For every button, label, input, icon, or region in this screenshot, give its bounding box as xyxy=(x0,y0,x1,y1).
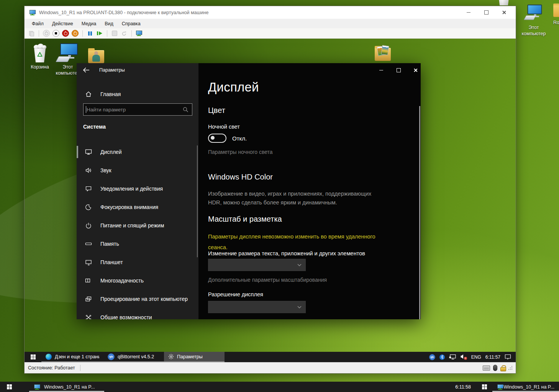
minimize-button[interactable] xyxy=(466,10,471,15)
content-scrollbar[interactable] xyxy=(419,106,420,319)
start-vm-icon[interactable] xyxy=(43,29,50,37)
vm-clock[interactable]: 6:11:57 xyxy=(485,354,500,360)
vmconnect-statusbar: Состояние: Работает xyxy=(25,362,516,373)
vm-desktop-icon-user-folder[interactable] xyxy=(82,42,111,65)
menu-media[interactable]: Медиа xyxy=(77,20,100,28)
resize-grip[interactable] xyxy=(508,366,512,370)
taskbar-button-qbittorrent[interactable]: qb qBittorrent v4.5.2 xyxy=(103,352,164,362)
toolbar xyxy=(25,28,516,39)
scale-dropdown[interactable] xyxy=(208,259,306,271)
taskbar-button-settings[interactable]: Параметры xyxy=(164,352,225,362)
volume-muted-icon[interactable]: ✕ xyxy=(461,354,467,360)
sidebar-item-storage[interactable]: Память xyxy=(77,235,198,253)
settings-sidebar: Параметры Главная Система Дисплей xyxy=(77,63,198,319)
menu-action[interactable]: Действие xyxy=(48,20,77,28)
night-light-toggle[interactable] xyxy=(208,134,226,143)
vm-status-text: Состояние: Работает xyxy=(28,365,75,371)
close-button[interactable] xyxy=(501,10,507,15)
host-desktop-icon-this-pc[interactable]: Этот компьютер xyxy=(520,5,548,37)
sidebar-item-multitasking[interactable]: Многозадачность xyxy=(77,271,198,290)
toolbar-separator xyxy=(107,30,107,37)
toolbar-separator xyxy=(82,30,83,37)
back-arrow-icon[interactable] xyxy=(82,67,90,74)
gear-icon xyxy=(168,354,174,359)
vm-desktop: Корзина Этот компьютер Параметры Главная xyxy=(25,39,516,352)
sidebar-item-home[interactable]: Главная xyxy=(77,88,198,101)
advanced-scaling-link[interactable]: Дополнительные параметры масштабирования xyxy=(208,277,327,283)
ctrl-alt-del-icon[interactable] xyxy=(28,29,35,37)
network-icon[interactable] xyxy=(449,354,456,360)
host-desktop-icon-folder[interactable]: Ror xyxy=(549,5,559,26)
maximize-button[interactable] xyxy=(484,10,489,15)
vmconnect-titlebar[interactable]: Windows_10_R1 на PROLIANT-DL380 - подклю… xyxy=(25,6,516,19)
multitasking-icon xyxy=(85,277,92,284)
sidebar-item-shared-experiences[interactable]: Общие возможности xyxy=(77,308,198,319)
menu-file[interactable]: Файл xyxy=(28,20,48,28)
shut-down-icon[interactable] xyxy=(62,29,69,37)
host-start-button-2[interactable] xyxy=(476,382,492,392)
host-clock[interactable]: 6:11:58 xyxy=(450,382,476,392)
menu-view[interactable]: Вид xyxy=(100,20,118,28)
sidebar-item-sound[interactable]: Звук xyxy=(77,161,198,180)
host-recycle-bin-icon[interactable] xyxy=(497,0,511,5)
icon-label: Корзина xyxy=(25,64,54,70)
host-taskbar-button-vmconnect-2[interactable]: Windows_10_R1 на P... xyxy=(492,382,559,392)
night-light-state: Откл. xyxy=(232,135,247,142)
sidebar-scrollbar[interactable] xyxy=(197,145,198,257)
qbittorrent-tray-icon[interactable]: qb xyxy=(429,354,435,360)
host-taskbar-button-vmconnect[interactable]: Windows_10_R1 на P... xyxy=(29,382,104,392)
host-start-button[interactable] xyxy=(0,382,18,392)
taskbar-button-edge[interactable]: Дзен и еще 1 страни... xyxy=(41,352,103,362)
search-input[interactable] xyxy=(84,107,183,113)
sidebar-item-focus-assist[interactable]: Фокусировка внимания xyxy=(77,198,198,216)
night-light-settings-link[interactable]: Параметры ночного света xyxy=(208,149,273,155)
resolution-dropdown[interactable] xyxy=(208,301,306,313)
vm-taskbar: Дзен и еще 1 страни... qb qBittorrent v4… xyxy=(25,352,516,362)
enhanced-session-icon[interactable] xyxy=(135,29,143,37)
hdr-description: Изображение в видео, играх и приложениях… xyxy=(208,189,372,207)
keyboard-icon xyxy=(483,366,490,371)
vmconnect-window: Windows_10_R1 на PROLIANT-DL380 - подклю… xyxy=(24,6,516,374)
this-pc-icon xyxy=(522,5,546,20)
settings-window: Параметры Главная Система Дисплей xyxy=(77,63,421,319)
save-state-icon[interactable] xyxy=(71,29,79,37)
vm-start-button[interactable] xyxy=(25,352,41,362)
sidebar-item-notifications[interactable]: Уведомления и действия xyxy=(77,180,198,198)
vm-desktop-icon-photos-folder[interactable] xyxy=(368,40,397,62)
display-icon xyxy=(85,149,92,155)
sound-icon xyxy=(85,167,92,174)
search-icon[interactable] xyxy=(183,107,189,113)
sidebar-section-heading: Система xyxy=(83,124,106,130)
hdr-heading: Windows HD Color xyxy=(208,173,273,181)
sidebar-item-tablet[interactable]: Планшет xyxy=(77,253,198,271)
qbittorrent-icon: qb xyxy=(108,353,115,360)
sidebar-nav: Дисплей Звук Уведомления и действия Фоку… xyxy=(77,143,198,319)
action-center-icon[interactable] xyxy=(505,354,511,360)
hyperv-icon xyxy=(34,384,41,390)
power-icon xyxy=(85,222,92,229)
scale-dropdown-label: Изменение размера текста, приложений и д… xyxy=(208,250,365,256)
sidebar-item-display[interactable]: Дисплей xyxy=(77,143,198,161)
vm-desktop-icon-recycle-bin[interactable]: Корзина xyxy=(25,42,54,70)
revert-icon[interactable] xyxy=(120,29,128,37)
settings-maximize-button[interactable] xyxy=(396,67,402,73)
pause-icon[interactable] xyxy=(86,29,94,37)
page-title: Дисплей xyxy=(208,80,259,95)
checkpoint-icon[interactable] xyxy=(111,29,118,37)
toolbar-separator xyxy=(39,30,39,37)
shared-experiences-icon xyxy=(85,314,92,319)
turn-off-icon[interactable] xyxy=(52,29,60,37)
bluetooth-icon[interactable] xyxy=(439,354,445,360)
sidebar-item-projecting[interactable]: Проецирование на этот компьютер xyxy=(77,290,198,308)
host-taskbar: Windows_10_R1 на P... 6:11:58 Windows_10… xyxy=(0,382,559,392)
resume-icon[interactable] xyxy=(96,29,103,37)
settings-search-box[interactable] xyxy=(83,103,192,116)
sidebar-item-power-sleep[interactable]: Питание и спящий режим xyxy=(77,216,198,235)
folder-icon xyxy=(549,5,559,18)
settings-main-pane: Дисплей Цвет Ночной свет Откл. Параметры… xyxy=(198,63,421,319)
menu-help[interactable]: Справка xyxy=(118,20,145,28)
lock-icon xyxy=(500,365,505,371)
windows-logo-icon xyxy=(7,384,12,389)
settings-close-button[interactable] xyxy=(413,67,418,73)
language-indicator[interactable]: ENG xyxy=(471,354,481,360)
